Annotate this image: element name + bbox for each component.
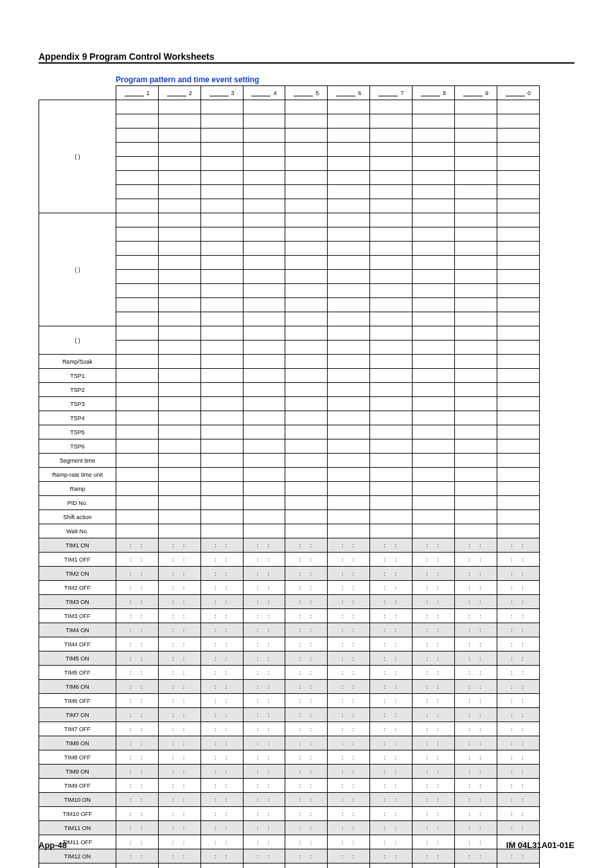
cell: : :: [200, 567, 243, 581]
cell: [328, 341, 370, 355]
cell: [413, 157, 455, 171]
time-placeholder: : :: [213, 768, 229, 775]
cell: : :: [200, 694, 243, 708]
time-placeholder: : :: [213, 613, 229, 619]
cell: [455, 468, 497, 482]
col-head-8: 8: [413, 86, 455, 100]
cell: : :: [497, 722, 539, 736]
cell: [243, 355, 285, 369]
time-placeholder: : :: [468, 825, 484, 831]
cell: [328, 143, 370, 157]
cell: : :: [455, 538, 497, 553]
cell: : :: [116, 538, 158, 553]
cell: [158, 128, 200, 143]
cell: : :: [497, 581, 539, 595]
cell: [158, 524, 200, 538]
cell: : :: [413, 722, 455, 736]
cell: [413, 270, 455, 284]
time-placeholder: : :: [298, 712, 314, 718]
time-placeholder: : :: [172, 556, 188, 563]
cell: [497, 128, 539, 143]
cell: : :: [497, 595, 539, 609]
cell: [370, 298, 413, 312]
time-placeholder: : :: [383, 853, 399, 860]
cell: : :: [285, 722, 328, 736]
cell: : :: [328, 722, 370, 736]
cell: [413, 355, 455, 369]
cell: : :: [497, 765, 539, 779]
cell: : :: [413, 651, 455, 666]
time-placeholder: : :: [510, 797, 526, 803]
cell: [285, 355, 328, 369]
time-placeholder: : :: [256, 684, 272, 690]
cell: : :: [116, 637, 158, 651]
cell: : :: [370, 680, 413, 694]
time-placeholder: : :: [425, 684, 441, 690]
cell: [285, 496, 328, 510]
cell: [413, 482, 455, 496]
time-placeholder: : :: [129, 712, 145, 718]
cell: [455, 143, 497, 157]
time-placeholder: : :: [468, 641, 484, 648]
time-placeholder: : :: [425, 726, 441, 732]
cell: [243, 439, 285, 454]
cell: [328, 397, 370, 411]
time-placeholder: : :: [425, 853, 441, 860]
time-placeholder: : :: [172, 571, 188, 577]
cell: : :: [243, 864, 285, 869]
time-placeholder: : :: [129, 669, 145, 676]
time-placeholder: : :: [510, 641, 526, 648]
cell: : :: [328, 680, 370, 694]
cell: [158, 439, 200, 454]
cell: [497, 171, 539, 185]
cell: : :: [243, 623, 285, 637]
cell: [158, 284, 200, 298]
cell: [370, 454, 413, 468]
cell: [243, 157, 285, 171]
cell: [328, 383, 370, 397]
row-label: TIM1 OFF: [39, 553, 116, 567]
cell: [116, 100, 158, 114]
cell: : :: [243, 694, 285, 708]
cell: : :: [413, 750, 455, 765]
cell: [497, 326, 539, 341]
time-placeholder: : :: [341, 655, 357, 662]
cell: : :: [370, 538, 413, 553]
time-placeholder: : :: [383, 613, 399, 619]
time-placeholder: : :: [425, 768, 441, 775]
time-placeholder: : :: [256, 556, 272, 563]
cell: [413, 128, 455, 143]
cell: : :: [497, 864, 539, 869]
time-placeholder: : :: [256, 655, 272, 662]
time-placeholder: : :: [256, 542, 272, 549]
time-placeholder: : :: [383, 825, 399, 831]
cell: [116, 510, 158, 524]
cell: : :: [455, 694, 497, 708]
row-label: TIM10 OFF: [39, 807, 116, 821]
cell: [370, 213, 413, 227]
cell: : :: [200, 864, 243, 869]
cell: [200, 157, 243, 171]
cell: : :: [116, 680, 158, 694]
row-label: TIM12 OFF: [39, 864, 116, 869]
time-placeholder: : :: [383, 599, 399, 605]
time-placeholder: : :: [213, 655, 229, 662]
cell: [116, 369, 158, 383]
cell: : :: [455, 722, 497, 736]
cell: [116, 326, 158, 341]
cell: [285, 298, 328, 312]
cell: : :: [158, 623, 200, 637]
cell: : :: [116, 553, 158, 567]
cell: [243, 143, 285, 157]
cell: [243, 510, 285, 524]
cell: : :: [455, 736, 497, 750]
cell: : :: [200, 765, 243, 779]
cell: [116, 312, 158, 326]
row-label: ( ): [39, 100, 116, 213]
cell: [455, 157, 497, 171]
cell: [200, 454, 243, 468]
time-placeholder: : :: [383, 712, 399, 718]
time-placeholder: : :: [341, 783, 357, 789]
col-head-7: 7: [370, 86, 413, 100]
cell: [158, 100, 200, 114]
